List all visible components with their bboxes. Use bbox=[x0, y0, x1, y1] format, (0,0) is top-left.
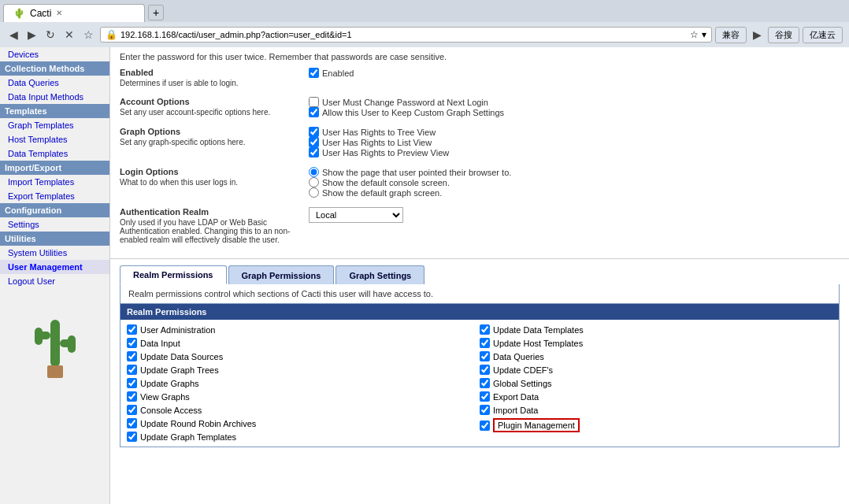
pointed-browser-radio[interactable] bbox=[309, 167, 319, 177]
stop-btn[interactable]: ✕ bbox=[61, 27, 77, 43]
browser-tab[interactable]: 🌵 Cacti ✕ bbox=[3, 4, 145, 22]
perm-global-settings: Global Settings bbox=[480, 378, 832, 388]
nav-bar: ◀ ▶ ↻ ✕ ☆ 🔒 192.168.1.168/cacti/user_adm… bbox=[0, 22, 849, 47]
perm-update-data-templates: Update Data Templates bbox=[480, 324, 832, 335]
sidebar-item-data-input-methods[interactable]: Data Input Methods bbox=[0, 90, 109, 104]
permissions-left-col: User Administration Data Input Update Da… bbox=[127, 324, 480, 442]
perm-update-graph-templates-label: Update Graph Templates bbox=[140, 432, 236, 442]
perm-export-data-label: Export Data bbox=[493, 392, 539, 402]
list-view-row: User Has Rights to List View bbox=[309, 137, 840, 147]
sidebar-item-import-templates[interactable]: Import Templates bbox=[0, 175, 109, 189]
perm-update-data-sources-checkbox[interactable] bbox=[127, 351, 137, 361]
realm-desc-text: Realm permissions control which sections… bbox=[128, 289, 433, 298]
cloud-btn[interactable]: 亿速云 bbox=[803, 27, 843, 43]
perm-global-settings-checkbox[interactable] bbox=[480, 378, 490, 388]
enabled-value-col: Enabled bbox=[293, 68, 840, 87]
perm-import-data-label: Import Data bbox=[493, 406, 538, 415]
new-tab-btn[interactable]: + bbox=[148, 5, 164, 20]
account-options-label-col: Account Options Set any user account-spe… bbox=[120, 97, 293, 117]
tree-view-checkbox[interactable] bbox=[309, 127, 319, 137]
pointed-browser-label: Show the page that user pointed their br… bbox=[322, 168, 511, 177]
sidebar-item-export-templates[interactable]: Export Templates bbox=[0, 189, 109, 203]
login-options-title: Login Options bbox=[120, 167, 293, 176]
bookmark-btn[interactable]: ☆ bbox=[80, 27, 97, 43]
sidebar-item-logout-user[interactable]: Logout User bbox=[0, 274, 109, 288]
perm-update-graphs-checkbox[interactable] bbox=[127, 378, 137, 388]
perm-console-access: Console Access bbox=[127, 405, 480, 415]
perm-data-input-checkbox[interactable] bbox=[127, 338, 137, 348]
search-btn[interactable]: 谷搜 bbox=[768, 27, 799, 43]
sidebar-item-graph-templates[interactable]: Graph Templates bbox=[0, 118, 109, 132]
tab-graph-permissions[interactable]: Graph Permissions bbox=[228, 265, 335, 284]
sidebar-item-data-queries[interactable]: Data Queries bbox=[0, 76, 109, 90]
tabs-row: Realm Permissions Graph Permissions Grap… bbox=[120, 265, 840, 284]
must-change-pwd-checkbox[interactable] bbox=[309, 97, 319, 107]
tab-graph-settings[interactable]: Graph Settings bbox=[336, 265, 424, 284]
perm-export-data-checkbox[interactable] bbox=[480, 391, 490, 402]
sidebar-item-system-utilities[interactable]: System Utilities bbox=[0, 246, 109, 260]
play-btn[interactable]: ▶ bbox=[750, 27, 765, 43]
perm-update-cdefs-checkbox[interactable] bbox=[480, 365, 490, 375]
enabled-checkbox-row: Enabled bbox=[309, 68, 840, 78]
perm-data-input: Data Input bbox=[127, 338, 480, 348]
default-graph-radio[interactable] bbox=[309, 187, 319, 198]
address-star-icon: ☆ bbox=[690, 29, 699, 40]
perm-data-queries-checkbox[interactable] bbox=[480, 351, 490, 361]
perm-update-host-templates: Update Host Templates bbox=[480, 338, 832, 348]
graph-options-value-col: User Has Rights to Tree View User Has Ri… bbox=[293, 127, 840, 158]
perm-user-admin-checkbox[interactable] bbox=[127, 324, 137, 335]
list-view-checkbox[interactable] bbox=[309, 137, 319, 147]
back-btn[interactable]: ◀ bbox=[6, 27, 21, 43]
auth-realm-select[interactable]: Local LDAP Web Basic bbox=[309, 207, 403, 223]
auth-realm-title: Authentication Realm bbox=[120, 207, 293, 217]
compat-btn[interactable]: 兼容 bbox=[715, 27, 747, 43]
sidebar-item-data-templates[interactable]: Data Templates bbox=[0, 146, 109, 161]
graph-options-title: Graph Options bbox=[120, 127, 293, 136]
perm-update-graphs: Update Graphs bbox=[127, 378, 480, 388]
default-console-radio[interactable] bbox=[309, 177, 319, 187]
perm-update-graph-templates: Update Graph Templates bbox=[127, 432, 480, 442]
perm-update-graph-trees-label: Update Graph Trees bbox=[140, 365, 219, 375]
perm-user-admin: User Administration bbox=[127, 324, 480, 335]
perm-plugin-management-checkbox[interactable] bbox=[480, 421, 490, 431]
tabs-container: Realm Permissions Graph Permissions Grap… bbox=[110, 265, 849, 447]
address-bar[interactable]: 🔒 192.168.1.168/cacti/user_admin.php?act… bbox=[100, 27, 712, 43]
perm-update-graph-trees-checkbox[interactable] bbox=[127, 365, 137, 375]
perm-update-host-templates-checkbox[interactable] bbox=[480, 338, 490, 348]
tab-realm-permissions[interactable]: Realm Permissions bbox=[120, 265, 227, 284]
sidebar-section-import-export[interactable]: Import/Export bbox=[0, 161, 109, 175]
address-text: 192.168.1.168/cacti/user_admin.php?actio… bbox=[120, 30, 687, 39]
forward-btn[interactable]: ▶ bbox=[24, 27, 39, 43]
sidebar-item-settings[interactable]: Settings bbox=[0, 217, 109, 232]
perm-update-data-templates-checkbox[interactable] bbox=[480, 324, 490, 335]
default-graph-label: Show the default graph screen. bbox=[322, 188, 442, 198]
sidebar-section-utilities[interactable]: Utilities bbox=[0, 232, 109, 246]
keep-custom-graph-label: Allow this User to Keep Custom Graph Set… bbox=[322, 108, 504, 117]
tab-close-btn[interactable]: ✕ bbox=[56, 9, 62, 17]
tab-bar: 🌵 Cacti ✕ + bbox=[0, 0, 849, 22]
perm-console-access-checkbox[interactable] bbox=[127, 405, 137, 415]
svg-rect-2 bbox=[35, 328, 43, 345]
sidebar-section-configuration[interactable]: Configuration bbox=[0, 203, 109, 217]
perm-import-data-checkbox[interactable] bbox=[480, 405, 490, 415]
top-content: Enter the password for this user twice. … bbox=[110, 47, 849, 259]
login-options-value-col: Show the page that user pointed their br… bbox=[293, 167, 840, 198]
enabled-checkbox[interactable] bbox=[309, 68, 319, 78]
cactus-logo bbox=[0, 288, 109, 400]
perm-data-queries: Data Queries bbox=[480, 351, 832, 361]
perm-update-data-templates-label: Update Data Templates bbox=[493, 325, 584, 335]
perm-import-data: Import Data bbox=[480, 405, 832, 415]
reload-btn[interactable]: ↻ bbox=[43, 27, 58, 43]
perm-view-graphs-checkbox[interactable] bbox=[127, 391, 137, 402]
sidebar-item-host-templates[interactable]: Host Templates bbox=[0, 132, 109, 146]
login-options-label-col: Login Options What to do when this user … bbox=[120, 167, 293, 198]
sidebar-item-user-management[interactable]: User Management bbox=[0, 260, 109, 274]
login-options-desc: What to do when this user logs in. bbox=[120, 178, 293, 187]
sidebar-section-collection[interactable]: Collection Methods bbox=[0, 61, 109, 76]
sidebar-item-devices[interactable]: Devices bbox=[0, 47, 109, 61]
sidebar-section-templates[interactable]: Templates bbox=[0, 104, 109, 118]
keep-custom-graph-checkbox[interactable] bbox=[309, 107, 319, 117]
perm-update-graph-templates-checkbox[interactable] bbox=[127, 432, 137, 442]
perm-update-rra-checkbox[interactable] bbox=[127, 418, 137, 428]
preview-view-checkbox[interactable] bbox=[309, 147, 319, 158]
